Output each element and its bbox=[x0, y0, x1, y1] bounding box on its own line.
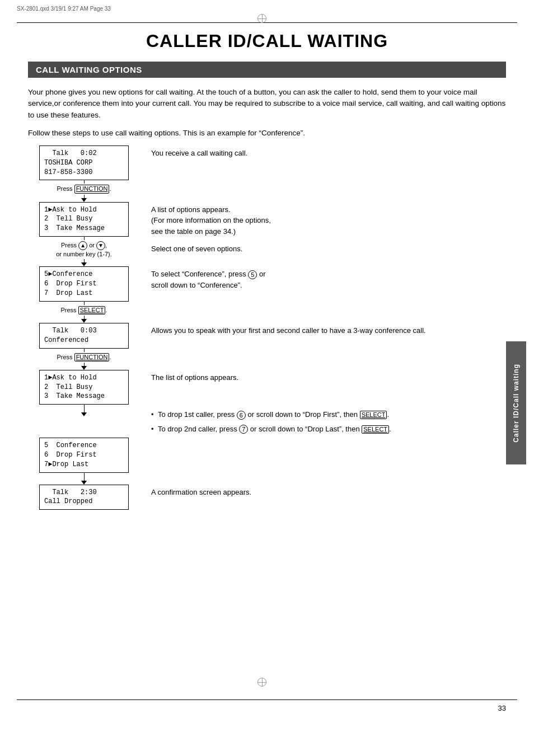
flow-arrow-row-1: Press FUNCTION. bbox=[28, 180, 506, 201]
arrow-head-6 bbox=[81, 481, 87, 485]
flow-col-left-5: 1►Ask to Hold 2 Tell Busy 3 Take Message bbox=[28, 370, 140, 405]
bullet-item-2: To drop 2nd caller, press 7 or scroll do… bbox=[151, 424, 506, 435]
press-label-3: Press SELECT. bbox=[60, 306, 107, 314]
main-content: CALLER ID/CALL WAITING CALL WAITING OPTI… bbox=[28, 31, 506, 694]
down-arrow-icon: ▼ bbox=[96, 241, 105, 250]
sidebar-tab: Caller ID/Call waiting bbox=[506, 341, 526, 464]
screen-4: Talk 0:03 Conferenced bbox=[39, 323, 129, 349]
flow-col-right-6 bbox=[151, 438, 506, 440]
arrow-line-3 bbox=[84, 302, 85, 305]
page-number: 33 bbox=[498, 704, 506, 712]
explain-8: A confirmation screen appears. bbox=[151, 487, 506, 498]
arrow-line-5 bbox=[84, 405, 85, 412]
flow-col-left-7: Talk 2:30 Call Dropped bbox=[28, 485, 140, 510]
flow-col-left-6: 5 Conference 6 Drop First 7►Drop Last bbox=[28, 438, 140, 472]
flow-area: Caller ID/Call waiting Talk 0:02 TOSHIBA… bbox=[28, 145, 506, 510]
intro-para-1: Your phone gives you new options for cal… bbox=[28, 87, 506, 121]
flow-col-right-2: A list of options appears.(For more info… bbox=[151, 202, 506, 237]
flow-col-right-1: You receive a call waiting call. bbox=[151, 145, 506, 159]
select-key-3: SELECT bbox=[362, 425, 389, 434]
up-arrow-icon: ▲ bbox=[78, 241, 87, 250]
arrow-line-4 bbox=[84, 349, 85, 352]
flow-col-right-arrow1 bbox=[151, 180, 506, 182]
flow-row-2: 1►Ask to Hold 2 Tell Busy 3 Take Message… bbox=[28, 202, 506, 237]
flow-col-left-3: 5►Conference 6 Drop First 7 Drop Last bbox=[28, 266, 140, 301]
flow-col-right-3: To select “Conference”, press 5 orscroll… bbox=[151, 266, 506, 290]
arrow-head-3 bbox=[81, 319, 87, 323]
arrow-down-4: Press FUNCTION. bbox=[39, 349, 129, 370]
flow-col-left-arrow5 bbox=[28, 405, 140, 416]
circle-7: 7 bbox=[239, 425, 248, 434]
flow-col-left-arrow1: Press FUNCTION. bbox=[28, 180, 140, 201]
arrow-head-1 bbox=[81, 198, 87, 202]
circle-5: 5 bbox=[248, 270, 257, 279]
flow-row-6: 5 Conference 6 Drop First 7►Drop Last bbox=[28, 438, 506, 472]
arrow-down-2: Press ▲ or ▼,or number key (1-7). bbox=[39, 237, 129, 266]
flow-col-right-arrow2: Select one of seven options. bbox=[151, 237, 506, 255]
flow-col-right-7: A confirmation screen appears. bbox=[151, 485, 506, 498]
flow-row-7: Talk 2:30 Call Dropped A confirmation sc… bbox=[28, 485, 506, 510]
explain-3: Select one of seven options. bbox=[151, 239, 506, 255]
flow-row-3: 5►Conference 6 Drop First 7 Drop Last To… bbox=[28, 266, 506, 301]
flow-col-right-arrow5: To drop 1st caller, press 6 or scroll do… bbox=[151, 405, 506, 438]
flow-row-5: 1►Ask to Hold 2 Tell Busy 3 Take Message… bbox=[28, 370, 506, 405]
flow-col-right-arrow3 bbox=[151, 302, 506, 304]
press-label-2: Press ▲ or ▼,or number key (1-7). bbox=[56, 241, 112, 258]
flow-col-left-1: Talk 0:02 TOSHIBA CORP 817-858-3300 bbox=[28, 145, 140, 180]
arrow-line-1 bbox=[84, 180, 85, 184]
flow-col-right-arrow4 bbox=[151, 349, 506, 351]
explain-4: To select “Conference”, press 5 orscroll… bbox=[151, 269, 506, 290]
section-header: CALL WAITING OPTIONS bbox=[28, 62, 506, 78]
screen-2: 1►Ask to Hold 2 Tell Busy 3 Take Message bbox=[39, 202, 129, 237]
press-label-1: Press FUNCTION. bbox=[57, 185, 111, 193]
explain-5: Allows you to speak with your first and … bbox=[151, 325, 506, 336]
flow-col-right-4: Allows you to speak with your first and … bbox=[151, 323, 506, 336]
screen-3: 5►Conference 6 Drop First 7 Drop Last bbox=[39, 266, 129, 301]
bullet-item-1: To drop 1st caller, press 6 or scroll do… bbox=[151, 409, 506, 420]
flow-col-right-5: The list of options appears. bbox=[151, 370, 506, 383]
select-key-1: SELECT bbox=[78, 306, 106, 314]
explain-1: You receive a call waiting call. bbox=[151, 148, 506, 159]
flow-arrow-row-6 bbox=[28, 473, 506, 485]
flow-arrow-row-2: Press ▲ or ▼,or number key (1-7). Select… bbox=[28, 237, 506, 266]
press-label-4: Press FUNCTION. bbox=[57, 353, 111, 361]
arrow-down-6 bbox=[39, 473, 129, 485]
function-key-2: FUNCTION bbox=[74, 353, 110, 361]
function-key-1: FUNCTION bbox=[74, 185, 110, 193]
bottom-rule bbox=[17, 699, 517, 700]
arrow-head-2 bbox=[81, 262, 87, 266]
flow-arrow-row-5: To drop 1st caller, press 6 or scroll do… bbox=[28, 405, 506, 438]
doc-metadata: SX-2801.qxd 3/19/1 9:27 AM Page 33 bbox=[17, 6, 111, 12]
select-key-2: SELECT bbox=[360, 411, 387, 419]
reg-mark-top bbox=[257, 14, 269, 25]
circle-6: 6 bbox=[237, 411, 246, 420]
arrow-line-6 bbox=[84, 473, 85, 481]
arrow-line-2 bbox=[84, 237, 85, 240]
flow-row-1: Talk 0:02 TOSHIBA CORP 817-858-3300 You … bbox=[28, 145, 506, 180]
flow-col-left-arrow6 bbox=[28, 473, 140, 485]
page-title: CALLER ID/CALL WAITING bbox=[28, 31, 506, 51]
explain-6: The list of options appears. bbox=[151, 372, 506, 383]
sidebar-tab-text: Caller ID/Call waiting bbox=[512, 364, 520, 443]
arrow-down-3: Press SELECT. bbox=[39, 302, 129, 323]
screen-1: Talk 0:02 TOSHIBA CORP 817-858-3300 bbox=[39, 145, 129, 180]
arrow-down-1: Press FUNCTION. bbox=[39, 180, 129, 201]
screen-5: 1►Ask to Hold 2 Tell Busy 3 Take Message bbox=[39, 370, 129, 405]
arrow-head-4 bbox=[81, 366, 87, 370]
flow-arrow-row-4: Press FUNCTION. bbox=[28, 349, 506, 370]
intro-para-2: Follow these steps to use call waiting o… bbox=[28, 128, 506, 139]
flow-col-left-4: Talk 0:03 Conferenced bbox=[28, 323, 140, 349]
flow-arrow-row-3: Press SELECT. bbox=[28, 302, 506, 323]
arrow-head-5 bbox=[81, 412, 87, 416]
flow-col-right-arrow6 bbox=[151, 473, 506, 475]
flow-row-4: Talk 0:03 Conferenced Allows you to spea… bbox=[28, 323, 506, 349]
screen-6: 5 Conference 6 Drop First 7►Drop Last bbox=[39, 438, 129, 472]
flow-col-left-arrow2: Press ▲ or ▼,or number key (1-7). bbox=[28, 237, 140, 266]
bullet-list: To drop 1st caller, press 6 or scroll do… bbox=[151, 407, 506, 434]
flow-col-left-arrow3: Press SELECT. bbox=[28, 302, 140, 323]
screen-7: Talk 2:30 Call Dropped bbox=[39, 485, 129, 510]
arrow-down-5 bbox=[39, 405, 129, 416]
flow-col-left-2: 1►Ask to Hold 2 Tell Busy 3 Take Message bbox=[28, 202, 140, 237]
explain-2: A list of options appears.(For more info… bbox=[151, 204, 506, 237]
flow-col-left-arrow4: Press FUNCTION. bbox=[28, 349, 140, 370]
